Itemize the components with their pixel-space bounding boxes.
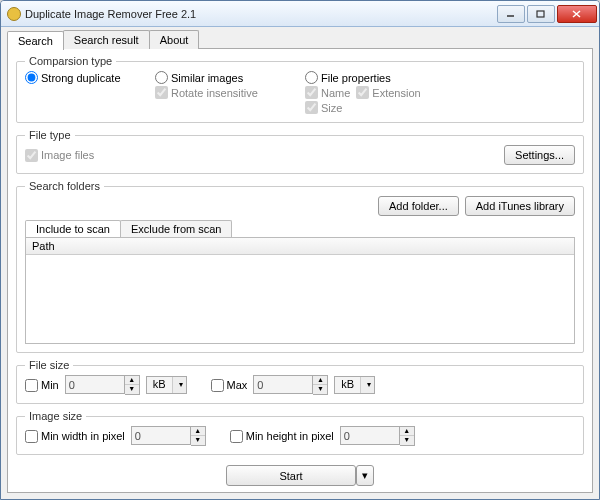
check-rotate-insensitive: Rotate insensitive <box>155 86 305 99</box>
add-itunes-button[interactable]: Add iTunes library <box>465 196 575 216</box>
check-min-width-input[interactable] <box>25 430 38 443</box>
add-folder-button[interactable]: Add folder... <box>378 196 459 216</box>
check-max-size[interactable]: Max <box>211 379 248 392</box>
image-size-group: Image size Min width in pixel ▲▼ Min hei… <box>16 410 584 455</box>
check-size-input <box>305 101 318 114</box>
check-min-height[interactable]: Min height in pixel <box>230 430 334 443</box>
max-size-input[interactable] <box>253 375 313 394</box>
start-dropdown-button[interactable]: ▾ <box>356 465 374 486</box>
search-folders-legend: Search folders <box>25 180 104 192</box>
spinner-down-icon[interactable]: ▼ <box>125 385 139 394</box>
check-name: Name <box>305 86 350 99</box>
chevron-down-icon: ▾ <box>362 469 368 482</box>
file-type-group: File type Image files Settings... <box>16 129 584 174</box>
check-name-input <box>305 86 318 99</box>
folder-list[interactable]: Path <box>25 237 575 344</box>
min-height-spinner[interactable]: ▲▼ <box>340 426 415 446</box>
min-height-input[interactable] <box>340 426 400 445</box>
check-extension-input <box>356 86 369 99</box>
spinner-down-icon[interactable]: ▼ <box>313 385 327 394</box>
content-area: Search Search result About Comparsion ty… <box>1 27 599 499</box>
check-min-size[interactable]: Min <box>25 379 59 392</box>
max-size-unit[interactable]: kB ▾ <box>334 376 375 394</box>
folder-list-body[interactable] <box>26 255 574 343</box>
file-size-legend: File size <box>25 359 73 371</box>
comparison-type-group: Comparsion type Strong duplicate Similar… <box>16 55 584 123</box>
main-tabs: Search Search result About <box>7 30 593 49</box>
column-path[interactable]: Path <box>26 238 574 255</box>
window-title: Duplicate Image Remover Free 2.1 <box>25 8 495 20</box>
radio-strong-input[interactable] <box>25 71 38 84</box>
check-min-height-input[interactable] <box>230 430 243 443</box>
spinner-up-icon[interactable]: ▲ <box>400 427 414 436</box>
tab-search-result[interactable]: Search result <box>63 30 150 49</box>
app-icon <box>7 7 21 21</box>
check-min-size-input[interactable] <box>25 379 38 392</box>
svg-rect-0 <box>537 11 544 17</box>
maximize-button[interactable] <box>527 5 555 23</box>
app-window: Duplicate Image Remover Free 2.1 Search … <box>0 0 600 500</box>
image-size-legend: Image size <box>25 410 86 422</box>
check-size: Size <box>305 101 575 114</box>
minimize-button[interactable] <box>497 5 525 23</box>
spinner-down-icon[interactable]: ▼ <box>191 436 205 445</box>
chevron-down-icon[interactable]: ▾ <box>172 377 186 393</box>
radio-file-properties[interactable]: File properties <box>305 71 575 84</box>
titlebar[interactable]: Duplicate Image Remover Free 2.1 <box>1 1 599 27</box>
radio-similar-input[interactable] <box>155 71 168 84</box>
max-size-spinner[interactable]: ▲▼ <box>253 375 328 395</box>
subtab-include[interactable]: Include to scan <box>25 220 121 237</box>
min-size-input[interactable] <box>65 375 125 394</box>
radio-strong-duplicate[interactable]: Strong duplicate <box>25 71 155 84</box>
search-panel: Comparsion type Strong duplicate Similar… <box>7 48 593 493</box>
min-width-input[interactable] <box>131 426 191 445</box>
chevron-down-icon[interactable]: ▾ <box>360 377 374 393</box>
search-folders-group: Search folders Add folder... Add iTunes … <box>16 180 584 353</box>
check-rotate-input <box>155 86 168 99</box>
subtab-exclude[interactable]: Exclude from scan <box>120 220 232 237</box>
file-size-group: File size Min ▲▼ kB ▾ <box>16 359 584 404</box>
spinner-up-icon[interactable]: ▲ <box>191 427 205 436</box>
tab-about[interactable]: About <box>149 30 200 49</box>
check-max-size-input[interactable] <box>211 379 224 392</box>
radio-fileprops-input[interactable] <box>305 71 318 84</box>
radio-similar-images[interactable]: Similar images <box>155 71 305 84</box>
comparison-legend: Comparsion type <box>25 55 116 67</box>
check-extension: Extension <box>356 86 420 99</box>
check-min-width[interactable]: Min width in pixel <box>25 430 125 443</box>
spinner-up-icon[interactable]: ▲ <box>313 376 327 385</box>
file-type-legend: File type <box>25 129 75 141</box>
close-button[interactable] <box>557 5 597 23</box>
spinner-up-icon[interactable]: ▲ <box>125 376 139 385</box>
check-image-files-input <box>25 149 38 162</box>
start-button[interactable]: Start <box>226 465 356 486</box>
settings-button[interactable]: Settings... <box>504 145 575 165</box>
min-size-spinner[interactable]: ▲▼ <box>65 375 140 395</box>
min-size-unit[interactable]: kB ▾ <box>146 376 187 394</box>
tab-search[interactable]: Search <box>7 31 64 50</box>
check-image-files: Image files <box>25 149 94 162</box>
min-width-spinner[interactable]: ▲▼ <box>131 426 206 446</box>
spinner-down-icon[interactable]: ▼ <box>400 436 414 445</box>
